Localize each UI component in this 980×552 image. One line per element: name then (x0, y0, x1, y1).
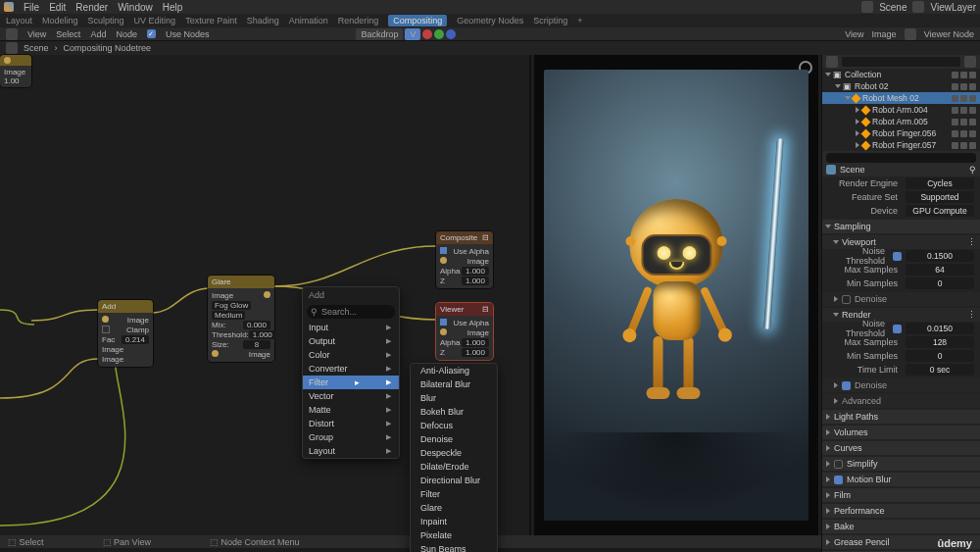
advanced-section[interactable]: Advanced (822, 394, 980, 408)
sub-dilateerode[interactable]: Dilate/Erode (411, 460, 497, 474)
menu-layout[interactable]: Layout▶ (303, 444, 399, 458)
arrow-icon[interactable] (6, 42, 18, 54)
viewer-node-label[interactable]: Viewer Node (924, 29, 974, 39)
menu-color[interactable]: Color▶ (303, 348, 399, 362)
tab-uvediting[interactable]: UV Editing (134, 16, 176, 25)
max-samples-r-value[interactable]: 128 (906, 336, 974, 348)
feature-set-select[interactable]: Supported (906, 191, 974, 203)
node-add[interactable]: Add Image Clamp Fac0.214 Image Image (98, 300, 153, 367)
pin-icon[interactable]: ⚲ (969, 165, 976, 175)
scene-icon[interactable] (861, 1, 873, 13)
backdrop-button[interactable]: Backdrop (356, 28, 403, 40)
tab-scripting[interactable]: Scripting (533, 16, 567, 25)
sub-glare[interactable]: Glare (411, 501, 497, 515)
filter-submenu[interactable]: Anti-Aliasing Bilateral Blur Blur Bokeh … (410, 363, 498, 552)
sub-defocus[interactable]: Defocus (411, 419, 497, 432)
denoise-r-section[interactable]: Denoise (822, 378, 980, 392)
tab-animation[interactable]: Animation (289, 16, 328, 25)
tab-compositing[interactable]: Compositing (388, 15, 447, 26)
breadcrumb-nodetree[interactable]: Compositing Nodetree (64, 43, 152, 53)
min-samples-r-value[interactable]: 0 (906, 350, 974, 362)
menu-filter[interactable]: Filter▸▶ (303, 376, 399, 389)
collapse-icon[interactable]: ⊟ (482, 233, 489, 242)
volumes-section[interactable]: Volumes (822, 426, 980, 439)
outliner-search[interactable] (842, 57, 960, 67)
node-image-left[interactable]: Image1.00 (0, 55, 31, 87)
sub-bilateralblur[interactable]: Bilateral Blur (411, 377, 497, 391)
menu-vector[interactable]: Vector▶ (303, 389, 399, 403)
sub-directionalblur[interactable]: Directional Blur (411, 474, 497, 487)
header-view[interactable]: View (27, 29, 46, 39)
max-samples-vp-value[interactable]: 64 (906, 264, 974, 276)
channel-g-button[interactable] (434, 29, 444, 39)
menu-matte[interactable]: Matte▶ (303, 403, 399, 417)
node-glare[interactable]: Glare Image Fog Glow Medium Mix:0.000 Th… (208, 276, 274, 362)
sampling-section[interactable]: Sampling (822, 220, 980, 233)
sub-inpaint[interactable]: Inpaint (411, 515, 497, 528)
sub-sunbeams[interactable]: Sun Beams (411, 542, 497, 552)
menu-group[interactable]: Group▶ (303, 430, 399, 444)
use-nodes-checkbox[interactable]: ✓ (147, 29, 156, 38)
curves-section[interactable]: Curves (822, 441, 980, 455)
tab-texturepaint[interactable]: Texture Paint (185, 16, 237, 25)
performance-section[interactable]: Performance (822, 504, 980, 518)
tab-shading[interactable]: Shading (247, 16, 279, 25)
tab-sculpting[interactable]: Sculpting (88, 16, 124, 25)
tab-layout[interactable]: Layout (6, 16, 32, 25)
image-browse-icon[interactable] (905, 28, 916, 40)
menu-distort[interactable]: Distort▶ (303, 417, 399, 430)
denoise-vp-checkbox[interactable] (842, 295, 851, 304)
collapse-icon[interactable]: ⊟ (482, 305, 489, 314)
properties-panel[interactable]: Scene⚲ Render EngineCycles Feature SetSu… (821, 163, 980, 552)
outliner-filter-input[interactable] (826, 153, 976, 163)
motionblur-section[interactable]: Motion Blur (822, 473, 980, 486)
render-engine-select[interactable]: Cycles (906, 177, 974, 189)
channel-v-button[interactable]: V (405, 28, 420, 40)
lightpaths-section[interactable]: Light Paths (822, 410, 980, 424)
menu-file[interactable]: File (24, 2, 39, 13)
menu-help[interactable]: Help (163, 2, 183, 13)
sub-bokehblur[interactable]: Bokeh Blur (411, 405, 497, 419)
menu-input[interactable]: Input▶ (303, 321, 399, 334)
noise-r-checkbox[interactable] (893, 325, 902, 333)
viewer-header-image[interactable]: Image (872, 29, 897, 39)
sub-denoise[interactable]: Denoise (411, 432, 497, 446)
tab-rendering[interactable]: Rendering (338, 16, 379, 25)
node-val[interactable]: 1.00 (4, 76, 27, 85)
menu-search-field[interactable]: ⚲ Search... (307, 305, 395, 319)
node-viewer[interactable]: Viewer⊟ Use Alpha Image Alpha1.000 Z1.00… (436, 303, 493, 360)
options-icon[interactable]: ⋮ (967, 237, 976, 247)
menu-converter[interactable]: Converter▶ (303, 362, 399, 376)
menu-edit[interactable]: Edit (49, 2, 66, 13)
time-limit-value[interactable]: 0 sec (906, 364, 974, 376)
outliner[interactable]: ▣Collection ▣Robot 02 Robot Mesh 02 Robo… (821, 55, 980, 163)
sub-blur[interactable]: Blur (411, 391, 497, 405)
noise-vp-value[interactable]: 0.1500 (906, 250, 974, 262)
blender-logo-icon[interactable] (4, 2, 14, 12)
sub-antialiasing[interactable]: Anti-Aliasing (411, 364, 497, 377)
noise-r-value[interactable]: 0.0150 (906, 323, 974, 334)
min-samples-vp-value[interactable]: 0 (906, 277, 974, 289)
area-splitter[interactable] (529, 55, 531, 535)
bake-section[interactable]: Bake (822, 520, 980, 533)
denoise-r-checkbox[interactable] (842, 381, 851, 390)
sub-despeckle[interactable]: Despeckle (411, 446, 497, 460)
scene-name[interactable]: Scene (879, 2, 906, 13)
options-icon[interactable]: ⋮ (967, 310, 976, 320)
editor-type-icon[interactable] (6, 28, 18, 40)
tab-modeling[interactable]: Modeling (42, 16, 78, 25)
menu-window[interactable]: Window (118, 2, 153, 13)
add-menu[interactable]: Add ⚲ Search... Input▶ Output▶ Color▶ Co… (302, 286, 400, 459)
node-composite[interactable]: Composite⊟ Use Alpha Image Alpha1.000 Z1… (436, 231, 493, 288)
tab-add-icon[interactable]: + (577, 16, 582, 25)
header-select[interactable]: Select (56, 29, 80, 39)
filter-icon[interactable] (964, 56, 976, 68)
denoise-vp-section[interactable]: Denoise (822, 292, 980, 306)
film-section[interactable]: Film (822, 488, 980, 502)
sub-filter[interactable]: Filter (411, 487, 497, 501)
viewlayer-name[interactable]: ViewLayer (930, 2, 976, 13)
channel-r-button[interactable] (422, 29, 432, 39)
image-viewer[interactable] (534, 55, 818, 535)
viewlayer-icon[interactable] (912, 1, 924, 13)
header-node[interactable]: Node (116, 29, 137, 39)
